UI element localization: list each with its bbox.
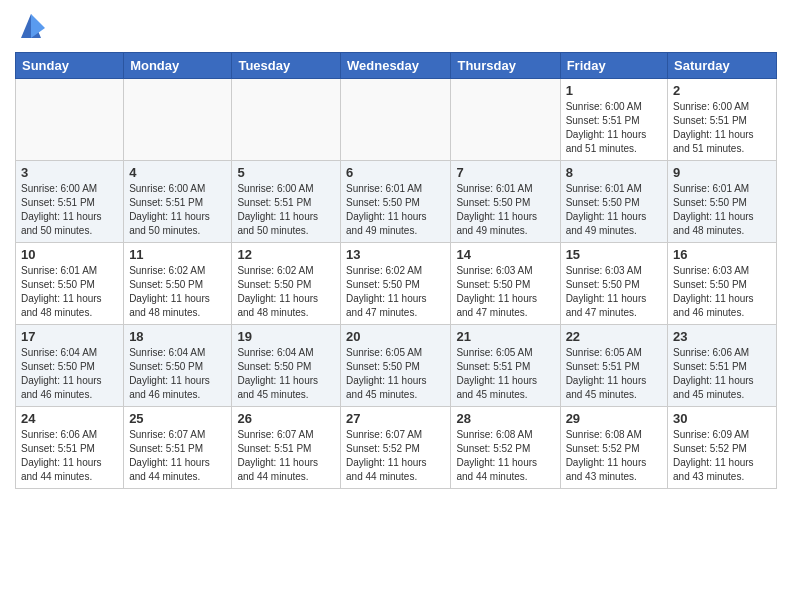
day-info: Sunrise: 6:08 AM Sunset: 5:52 PM Dayligh…: [566, 428, 662, 484]
day-info: Sunrise: 6:00 AM Sunset: 5:51 PM Dayligh…: [673, 100, 771, 156]
calendar-cell: 17Sunrise: 6:04 AM Sunset: 5:50 PM Dayli…: [16, 325, 124, 407]
weekday-header-wednesday: Wednesday: [341, 53, 451, 79]
calendar-cell: 1Sunrise: 6:00 AM Sunset: 5:51 PM Daylig…: [560, 79, 667, 161]
calendar-cell: 29Sunrise: 6:08 AM Sunset: 5:52 PM Dayli…: [560, 407, 667, 489]
calendar-cell: [341, 79, 451, 161]
day-number: 16: [673, 247, 771, 262]
weekday-header-tuesday: Tuesday: [232, 53, 341, 79]
calendar-cell: 4Sunrise: 6:00 AM Sunset: 5:51 PM Daylig…: [124, 161, 232, 243]
day-info: Sunrise: 6:05 AM Sunset: 5:51 PM Dayligh…: [456, 346, 554, 402]
calendar-cell: 13Sunrise: 6:02 AM Sunset: 5:50 PM Dayli…: [341, 243, 451, 325]
day-info: Sunrise: 6:09 AM Sunset: 5:52 PM Dayligh…: [673, 428, 771, 484]
day-number: 6: [346, 165, 445, 180]
weekday-header-thursday: Thursday: [451, 53, 560, 79]
weekday-header-sunday: Sunday: [16, 53, 124, 79]
day-info: Sunrise: 6:08 AM Sunset: 5:52 PM Dayligh…: [456, 428, 554, 484]
calendar-cell: 26Sunrise: 6:07 AM Sunset: 5:51 PM Dayli…: [232, 407, 341, 489]
day-number: 29: [566, 411, 662, 426]
logo: [15, 10, 45, 44]
calendar-cell: [232, 79, 341, 161]
day-info: Sunrise: 6:06 AM Sunset: 5:51 PM Dayligh…: [21, 428, 118, 484]
calendar-cell: 2Sunrise: 6:00 AM Sunset: 5:51 PM Daylig…: [668, 79, 777, 161]
day-number: 4: [129, 165, 226, 180]
calendar-week-row: 1Sunrise: 6:00 AM Sunset: 5:51 PM Daylig…: [16, 79, 777, 161]
day-number: 28: [456, 411, 554, 426]
calendar-cell: [16, 79, 124, 161]
calendar-cell: 6Sunrise: 6:01 AM Sunset: 5:50 PM Daylig…: [341, 161, 451, 243]
calendar-cell: 20Sunrise: 6:05 AM Sunset: 5:50 PM Dayli…: [341, 325, 451, 407]
day-info: Sunrise: 6:00 AM Sunset: 5:51 PM Dayligh…: [129, 182, 226, 238]
calendar-cell: 25Sunrise: 6:07 AM Sunset: 5:51 PM Dayli…: [124, 407, 232, 489]
page: SundayMondayTuesdayWednesdayThursdayFrid…: [0, 0, 792, 504]
calendar-week-row: 3Sunrise: 6:00 AM Sunset: 5:51 PM Daylig…: [16, 161, 777, 243]
calendar-cell: 10Sunrise: 6:01 AM Sunset: 5:50 PM Dayli…: [16, 243, 124, 325]
day-info: Sunrise: 6:03 AM Sunset: 5:50 PM Dayligh…: [456, 264, 554, 320]
day-number: 27: [346, 411, 445, 426]
day-info: Sunrise: 6:01 AM Sunset: 5:50 PM Dayligh…: [456, 182, 554, 238]
day-number: 9: [673, 165, 771, 180]
day-info: Sunrise: 6:07 AM Sunset: 5:51 PM Dayligh…: [129, 428, 226, 484]
day-number: 18: [129, 329, 226, 344]
calendar-cell: 8Sunrise: 6:01 AM Sunset: 5:50 PM Daylig…: [560, 161, 667, 243]
day-info: Sunrise: 6:02 AM Sunset: 5:50 PM Dayligh…: [237, 264, 335, 320]
calendar-cell: 27Sunrise: 6:07 AM Sunset: 5:52 PM Dayli…: [341, 407, 451, 489]
calendar-cell: 23Sunrise: 6:06 AM Sunset: 5:51 PM Dayli…: [668, 325, 777, 407]
logo-icon: [17, 10, 45, 42]
day-number: 3: [21, 165, 118, 180]
calendar-week-row: 10Sunrise: 6:01 AM Sunset: 5:50 PM Dayli…: [16, 243, 777, 325]
day-info: Sunrise: 6:01 AM Sunset: 5:50 PM Dayligh…: [346, 182, 445, 238]
calendar-cell: 30Sunrise: 6:09 AM Sunset: 5:52 PM Dayli…: [668, 407, 777, 489]
day-number: 8: [566, 165, 662, 180]
calendar-cell: 24Sunrise: 6:06 AM Sunset: 5:51 PM Dayli…: [16, 407, 124, 489]
day-number: 10: [21, 247, 118, 262]
day-info: Sunrise: 6:00 AM Sunset: 5:51 PM Dayligh…: [21, 182, 118, 238]
calendar-cell: 15Sunrise: 6:03 AM Sunset: 5:50 PM Dayli…: [560, 243, 667, 325]
day-info: Sunrise: 6:07 AM Sunset: 5:51 PM Dayligh…: [237, 428, 335, 484]
day-number: 21: [456, 329, 554, 344]
day-info: Sunrise: 6:04 AM Sunset: 5:50 PM Dayligh…: [237, 346, 335, 402]
header: [15, 10, 777, 44]
calendar-cell: 12Sunrise: 6:02 AM Sunset: 5:50 PM Dayli…: [232, 243, 341, 325]
day-info: Sunrise: 6:00 AM Sunset: 5:51 PM Dayligh…: [237, 182, 335, 238]
weekday-header-monday: Monday: [124, 53, 232, 79]
day-info: Sunrise: 6:02 AM Sunset: 5:50 PM Dayligh…: [346, 264, 445, 320]
day-number: 26: [237, 411, 335, 426]
calendar-cell: 19Sunrise: 6:04 AM Sunset: 5:50 PM Dayli…: [232, 325, 341, 407]
day-number: 11: [129, 247, 226, 262]
day-number: 7: [456, 165, 554, 180]
day-number: 24: [21, 411, 118, 426]
day-info: Sunrise: 6:01 AM Sunset: 5:50 PM Dayligh…: [566, 182, 662, 238]
day-info: Sunrise: 6:04 AM Sunset: 5:50 PM Dayligh…: [129, 346, 226, 402]
day-number: 30: [673, 411, 771, 426]
calendar-cell: 7Sunrise: 6:01 AM Sunset: 5:50 PM Daylig…: [451, 161, 560, 243]
day-number: 13: [346, 247, 445, 262]
day-number: 5: [237, 165, 335, 180]
calendar-cell: [124, 79, 232, 161]
day-info: Sunrise: 6:01 AM Sunset: 5:50 PM Dayligh…: [21, 264, 118, 320]
day-info: Sunrise: 6:05 AM Sunset: 5:51 PM Dayligh…: [566, 346, 662, 402]
weekday-header-saturday: Saturday: [668, 53, 777, 79]
day-number: 23: [673, 329, 771, 344]
day-number: 25: [129, 411, 226, 426]
day-number: 12: [237, 247, 335, 262]
weekday-header-row: SundayMondayTuesdayWednesdayThursdayFrid…: [16, 53, 777, 79]
day-number: 17: [21, 329, 118, 344]
day-number: 2: [673, 83, 771, 98]
calendar-week-row: 17Sunrise: 6:04 AM Sunset: 5:50 PM Dayli…: [16, 325, 777, 407]
calendar-cell: 21Sunrise: 6:05 AM Sunset: 5:51 PM Dayli…: [451, 325, 560, 407]
day-info: Sunrise: 6:00 AM Sunset: 5:51 PM Dayligh…: [566, 100, 662, 156]
day-info: Sunrise: 6:06 AM Sunset: 5:51 PM Dayligh…: [673, 346, 771, 402]
calendar-cell: 22Sunrise: 6:05 AM Sunset: 5:51 PM Dayli…: [560, 325, 667, 407]
calendar-week-row: 24Sunrise: 6:06 AM Sunset: 5:51 PM Dayli…: [16, 407, 777, 489]
day-info: Sunrise: 6:05 AM Sunset: 5:50 PM Dayligh…: [346, 346, 445, 402]
day-info: Sunrise: 6:03 AM Sunset: 5:50 PM Dayligh…: [673, 264, 771, 320]
day-number: 22: [566, 329, 662, 344]
calendar-cell: 16Sunrise: 6:03 AM Sunset: 5:50 PM Dayli…: [668, 243, 777, 325]
day-info: Sunrise: 6:04 AM Sunset: 5:50 PM Dayligh…: [21, 346, 118, 402]
calendar-cell: [451, 79, 560, 161]
calendar-cell: 18Sunrise: 6:04 AM Sunset: 5:50 PM Dayli…: [124, 325, 232, 407]
day-info: Sunrise: 6:02 AM Sunset: 5:50 PM Dayligh…: [129, 264, 226, 320]
day-info: Sunrise: 6:03 AM Sunset: 5:50 PM Dayligh…: [566, 264, 662, 320]
calendar-cell: 28Sunrise: 6:08 AM Sunset: 5:52 PM Dayli…: [451, 407, 560, 489]
day-number: 14: [456, 247, 554, 262]
